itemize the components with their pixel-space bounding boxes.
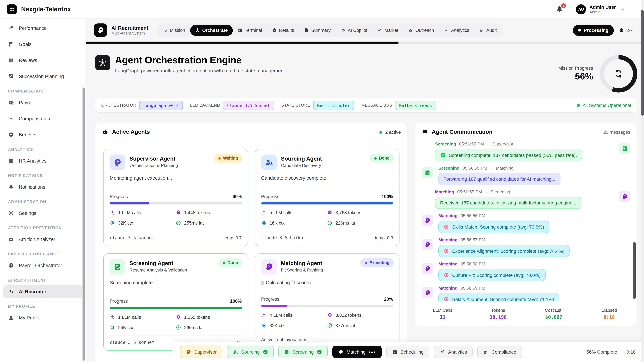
tab-ai-copilot[interactable]: AI Copilot <box>336 25 372 36</box>
elapsed-time: Elapsed 0:18 <box>582 308 637 320</box>
robot-icon <box>8 236 14 242</box>
brand-name: Nexgile-Talentrix <box>21 5 71 13</box>
agent-model: claude-3.5-sonnet <box>110 340 154 345</box>
calendar-icon <box>392 349 398 355</box>
context-stat: 24K ctx <box>110 325 176 330</box>
progress-bar <box>110 307 242 309</box>
chevron-down-icon[interactable] <box>620 6 625 12</box>
sidebar-item-settings[interactable]: Settings <box>3 206 82 220</box>
person-icon <box>8 315 14 321</box>
systems-bar: ORCHESTRATOR LangGraph v0.2 LLM BACKEND … <box>95 98 637 113</box>
sparkles-icon <box>8 289 14 295</box>
chip-icon <box>261 220 266 226</box>
llm-backend-label: LLM BACKEND <box>190 103 220 108</box>
agent-model: claude-3.5-haiku <box>261 235 303 240</box>
pill-sourcing[interactable]: Sourcing <box>227 346 274 358</box>
status-badge-waiting: Waiting <box>214 154 242 163</box>
pill-scheduling[interactable]: Scheduling <box>386 346 430 358</box>
latency-stat: 260ms lat <box>176 325 242 330</box>
tab-results[interactable]: Results <box>267 25 299 36</box>
svg-text:?: ? <box>427 291 428 294</box>
agent-model: claude-3.5-sonnet <box>110 235 154 240</box>
tab-outreach[interactable]: Outreach <box>403 25 439 36</box>
sync-icon <box>614 69 623 78</box>
gear-icon <box>8 210 14 216</box>
trend-icon <box>377 28 382 32</box>
tab-analytics[interactable]: Analytics <box>439 25 474 36</box>
active-agents-panel: Active Agents 2 active <box>95 123 408 362</box>
agents-panel-title: Active Agents <box>112 129 150 135</box>
chat-icon <box>422 129 428 135</box>
pill-analytics[interactable]: Analytics <box>434 346 472 358</box>
latency-stat: 377ms lat <box>327 323 393 328</box>
matching-avatar-icon: ? <box>422 215 433 226</box>
bottom-progress-summary: 56% Complete | 0:18 <box>586 349 636 355</box>
screen: Nexgile-Talentrix 4 AU Admin User Admin <box>0 0 644 362</box>
sidebar-item-performance[interactable]: Performance <box>3 21 82 35</box>
sidebar-item-reviews[interactable]: Reviews <box>3 54 82 67</box>
robot-icon <box>618 27 624 33</box>
latency-stat: 226ms lat <box>327 220 393 226</box>
sidebar-item-notifications[interactable]: Notifications <box>3 180 82 194</box>
sidebar-item-goals[interactable]: Goals <box>3 37 82 51</box>
mission-progress-strip-fill <box>86 41 398 43</box>
cash-icon <box>8 99 14 106</box>
page-scrollbar[interactable] <box>641 0 644 362</box>
message: ? Matching05:56:56 PM Skills Match: Scor… <box>422 213 630 233</box>
progress-bar <box>261 305 393 307</box>
gauge-icon <box>327 323 332 328</box>
messages-scrollbar-thumb[interactable] <box>633 242 636 299</box>
head-question-icon: ? <box>338 349 344 355</box>
matching-head-question-icon: ? <box>261 259 276 275</box>
pill-supervisor[interactable]: Supervisor <box>180 346 222 358</box>
pill-screening[interactable]: Screening <box>278 346 328 358</box>
tab-terminal[interactable]: Terminal <box>233 25 267 36</box>
agents-ratio: 2/7 <box>618 27 632 33</box>
analytics-icon <box>444 28 449 32</box>
progress-bar <box>261 202 393 204</box>
sidebar-item-compensation[interactable]: Compensation <box>3 112 82 125</box>
bar-chart-icon <box>8 158 14 164</box>
robot-icon <box>340 28 345 32</box>
sidebar-item-my-profile[interactable]: My Profile <box>3 311 82 325</box>
sidebar-item-ai-recruiter[interactable]: AI Recruiter <box>3 285 82 298</box>
sidebar-item-attrition-analyzer[interactable]: Attrition Analyzer <box>3 233 82 246</box>
sidebar-scrollbar-thumb[interactable] <box>82 87 85 361</box>
chip-icon <box>110 220 115 226</box>
message-bus-label: MESSAGE BUS <box>362 103 392 108</box>
user-avatar[interactable]: AU <box>576 4 586 14</box>
tokens-icon <box>176 210 181 215</box>
tab-audit[interactable]: Audit <box>474 25 502 36</box>
svg-text:?: ? <box>427 243 428 245</box>
page-scrollbar-thumb[interactable] <box>641 10 644 116</box>
pill-compliance[interactable]: Compliance <box>477 346 522 358</box>
engine-network-icon <box>95 55 110 70</box>
sidebar-item-hr-analytics[interactable]: HR Analytics <box>3 154 82 168</box>
tab-summary[interactable]: Summary <box>299 25 336 36</box>
sidebar-item-succession-planning[interactable]: Succession Planning <box>3 70 82 83</box>
agent-status-message: Screening complete <box>110 280 242 299</box>
notifications-bell-button[interactable]: 4 <box>556 5 564 13</box>
message: ? Matching05:56:57 PM Experience Alignme… <box>422 237 630 257</box>
tab-orchestrate[interactable]: Orchestrate <box>190 25 233 36</box>
tab-mission[interactable]: Mission <box>158 25 190 36</box>
brand-logo-people-icon <box>7 4 17 14</box>
tab-market[interactable]: Market <box>372 25 403 36</box>
gauge-icon <box>176 220 181 226</box>
matching-avatar-icon: ? <box>422 239 433 250</box>
matching-avatar-icon: ? <box>422 287 433 298</box>
agent-status-bar: Supervisor Sourcing Screening ? Matching… <box>172 342 644 362</box>
pill-matching[interactable]: ? Matching ••• <box>332 346 382 358</box>
llm-calls-icon <box>261 312 266 318</box>
message-list[interactable]: Screening05:56:55 PM→ Supervisor Screeni… <box>415 141 637 301</box>
user-menu[interactable]: Admin User Admin <box>590 4 616 14</box>
dollar-icon <box>8 116 14 122</box>
sidebar-item-payroll[interactable]: Payroll <box>3 96 82 109</box>
agent-temp: temp: 0.3 <box>375 235 393 240</box>
robot-icon <box>102 129 109 135</box>
app-title: AI Recruitment <box>111 25 148 31</box>
sidebar-item-payroll-orchestrator[interactable]: Payroll Orchestrator <box>3 259 82 272</box>
tokens-stat: 1,165 tokens <box>176 314 242 320</box>
topbar-divider <box>570 5 570 13</box>
sidebar-item-benefits[interactable]: Benefits <box>3 128 82 141</box>
